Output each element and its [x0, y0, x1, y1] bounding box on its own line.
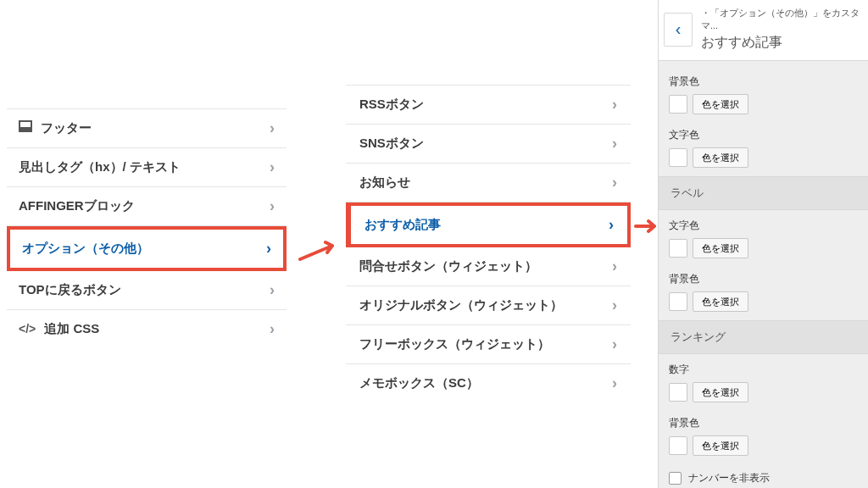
select-color-button[interactable]: 色を選択	[693, 94, 748, 114]
chevron-right-icon: ›	[270, 197, 275, 215]
color-picker-row: 色を選択	[659, 147, 868, 176]
chevron-right-icon: ›	[270, 158, 275, 176]
sidebar-item-label: 見出しタグ（hx）/ テキスト	[19, 159, 270, 175]
sidebar-item-label: フッター	[41, 120, 92, 135]
submenu-item-label: RSSボタン	[359, 97, 424, 113]
chevron-right-icon: ›	[612, 374, 617, 392]
section-header-label: ラベル	[659, 176, 868, 210]
sidebar-item-footer[interactable]: フッター ›	[7, 108, 287, 148]
select-color-button[interactable]: 色を選択	[693, 291, 748, 312]
chevron-right-icon: ›	[612, 135, 617, 152]
back-button[interactable]: ‹	[664, 13, 693, 47]
field-label-text: 文字色	[659, 123, 868, 147]
sidebar-item-label: 追加 CSS	[44, 321, 99, 336]
color-swatch[interactable]	[669, 239, 687, 258]
customizer-panel: ‹ ・「オプション（その他）」をカスタマ... おすすめ記事 背景色 色を選択 …	[658, 0, 868, 488]
chevron-left-icon: ‹	[676, 19, 682, 39]
code-icon: </>	[19, 322, 36, 336]
submenu-item-label: SNSボタン	[359, 136, 424, 152]
panel-title: おすすめ記事	[701, 34, 860, 52]
color-swatch[interactable]	[669, 436, 687, 455]
panel-body: 背景色 色を選択 文字色 色を選択 ラベル 文字色 色を選択 背景色 色を選択 …	[659, 61, 868, 488]
arrow-icon	[298, 239, 342, 263]
color-swatch[interactable]	[669, 95, 687, 114]
submenu-item-label: おすすめ記事	[364, 217, 441, 233]
sidebar-item-additional-css[interactable]: </>追加 CSS ›	[7, 310, 287, 348]
submenu-item-rss[interactable]: RSSボタン›	[346, 85, 631, 125]
color-swatch[interactable]	[669, 292, 687, 311]
submenu-item-freebox-widget[interactable]: フリーボックス（ウィジェット）›	[346, 325, 631, 364]
submenu-item-memobox-sc[interactable]: メモボックス（SC）›	[346, 364, 631, 402]
submenu-item-label: フリーボックス（ウィジェット）	[359, 336, 550, 352]
submenu-item-sns[interactable]: SNSボタン›	[346, 125, 631, 164]
chevron-right-icon: ›	[612, 297, 617, 314]
color-picker-row: 色を選択	[659, 382, 868, 411]
chevron-right-icon: ›	[609, 216, 614, 234]
chevron-right-icon: ›	[612, 174, 617, 191]
color-picker-row: 色を選択	[659, 94, 868, 123]
sidebar-item-label: AFFINGERブロック	[19, 198, 270, 214]
submenu-item-contact-widget[interactable]: 問合せボタン（ウィジェット）›	[346, 247, 631, 286]
color-swatch[interactable]	[669, 148, 687, 167]
submenu-item-label: お知らせ	[359, 175, 410, 191]
breadcrumb: ・「オプション（その他）」をカスタマ...	[701, 7, 860, 32]
field-label-text: 文字色	[659, 214, 868, 238]
sidebar-item-heading-text[interactable]: 見出しタグ（hx）/ テキスト ›	[7, 148, 287, 187]
sidebar-item-label: TOPに戻るボタン	[19, 282, 270, 298]
sidebar-item-option-other[interactable]: オプション（その他） ›	[7, 226, 287, 271]
select-color-button[interactable]: 色を選択	[693, 382, 748, 402]
chevron-right-icon: ›	[612, 258, 617, 275]
sidebar-item-top-return[interactable]: TOPに戻るボタン ›	[7, 271, 287, 310]
checkbox-hide-number[interactable]: ナンバーを非表示	[659, 464, 868, 488]
submenu-item-original-widget[interactable]: オリジナルボタン（ウィジェット）›	[346, 286, 631, 325]
chevron-right-icon: ›	[612, 96, 617, 114]
left-menu: フッター › 見出しタグ（hx）/ テキスト › AFFINGERブロック › …	[7, 108, 287, 348]
submenu-item-recommended[interactable]: おすすめ記事›	[346, 202, 631, 247]
footer-icon	[19, 120, 32, 132]
field-label-bg: 背景色	[659, 411, 868, 435]
select-color-button[interactable]: 色を選択	[693, 435, 748, 456]
checkbox-icon	[669, 472, 682, 485]
submenu-item-notice[interactable]: お知らせ›	[346, 164, 631, 202]
chevron-right-icon: ›	[270, 281, 275, 299]
mid-menu: RSSボタン› SNSボタン› お知らせ› おすすめ記事› 問合せボタン（ウィジ…	[346, 85, 631, 402]
arrow-icon	[634, 219, 659, 234]
color-swatch[interactable]	[669, 383, 687, 402]
chevron-right-icon: ›	[270, 320, 275, 338]
color-picker-row: 色を選択	[659, 435, 868, 464]
field-label-number: 数字	[659, 358, 868, 382]
color-picker-row: 色を選択	[659, 238, 868, 267]
checkbox-label: ナンバーを非表示	[688, 471, 770, 485]
sidebar-item-affinger-block[interactable]: AFFINGERブロック ›	[7, 187, 287, 226]
sidebar-item-label: オプション（その他）	[22, 241, 266, 257]
submenu-item-label: 問合せボタン（ウィジェット）	[359, 258, 537, 274]
chevron-right-icon: ›	[612, 336, 617, 353]
section-header-ranking: ランキング	[659, 320, 868, 354]
field-label-bg: 背景色	[659, 69, 868, 94]
select-color-button[interactable]: 色を選択	[693, 238, 748, 258]
submenu-item-label: オリジナルボタン（ウィジェット）	[359, 297, 563, 313]
color-picker-row: 色を選択	[659, 291, 868, 320]
panel-header: ‹ ・「オプション（その他）」をカスタマ... おすすめ記事	[659, 0, 868, 61]
submenu-item-label: メモボックス（SC）	[359, 375, 479, 391]
panel-header-text: ・「オプション（その他）」をカスタマ... おすすめ記事	[701, 7, 860, 52]
field-label-bg: 背景色	[659, 267, 868, 291]
chevron-right-icon: ›	[266, 240, 271, 258]
chevron-right-icon: ›	[270, 119, 275, 137]
select-color-button[interactable]: 色を選択	[693, 147, 748, 168]
